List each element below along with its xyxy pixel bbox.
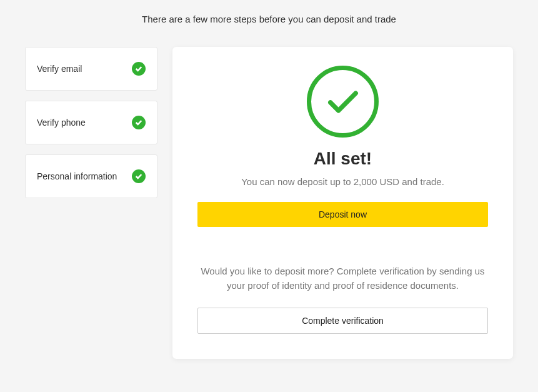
content-area: Verify email Verify phone Personal infor…: [0, 29, 538, 359]
check-circle-icon: [132, 62, 146, 76]
step-verify-email[interactable]: Verify email: [25, 47, 157, 91]
check-circle-icon: [132, 169, 146, 183]
complete-verification-button[interactable]: Complete verification: [197, 308, 488, 334]
page-header-text: There are a few more steps before you ca…: [142, 14, 396, 24]
deposit-now-button[interactable]: Deposit now: [197, 202, 488, 227]
main-title: All set!: [197, 149, 488, 169]
check-circle-icon: [132, 116, 146, 129]
page-header: There are a few more steps before you ca…: [0, 0, 538, 29]
verification-steps-sidebar: Verify email Verify phone Personal infor…: [25, 47, 157, 359]
main-subtitle: You can now deposit up to 2,000 USD and …: [197, 176, 488, 187]
step-label: Personal information: [37, 171, 117, 181]
main-card: All set! You can now deposit up to 2,000…: [172, 47, 513, 359]
success-check-icon: [307, 66, 379, 138]
step-verify-phone[interactable]: Verify phone: [25, 101, 157, 144]
step-personal-information[interactable]: Personal information: [25, 154, 157, 198]
verification-more-text: Would you like to deposit more? Complete…: [197, 264, 488, 293]
step-label: Verify phone: [37, 118, 86, 128]
step-label: Verify email: [37, 64, 82, 74]
